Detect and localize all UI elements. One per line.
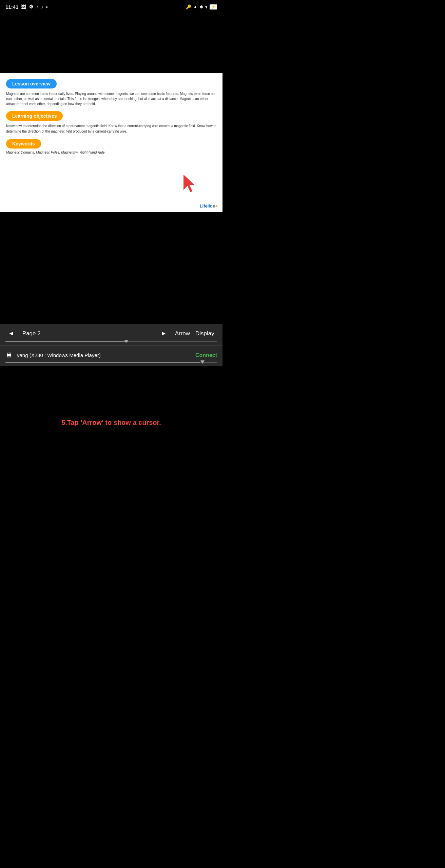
- page-progress-bar-row: [0, 341, 222, 343]
- device-progress-bar-row: [0, 362, 222, 366]
- lesson-overview-pill: Lesson overview: [6, 79, 57, 88]
- settings-icon: ⚙: [29, 4, 33, 10]
- learning-objectives-text: Know how to determine the direction of a…: [6, 123, 216, 134]
- brand-dot: ●: [215, 203, 218, 209]
- svg-marker-0: [183, 175, 195, 192]
- black-top-area: [0, 14, 222, 73]
- signal-icon: ▲: [193, 4, 197, 9]
- lesson-overview-text: Magnets are common items in our daily li…: [6, 91, 216, 106]
- next-page-button[interactable]: ►: [158, 329, 170, 338]
- instruction-text: 5.Tap 'Arrow' to show a cursor.: [61, 419, 161, 426]
- page-progress-thumb: [124, 340, 128, 343]
- device-progress-fill: [5, 362, 200, 363]
- slide-container: Lesson overview Magnets are common items…: [0, 73, 222, 212]
- monitor-icon: 🖥: [5, 351, 12, 359]
- key-icon: 🔑: [186, 4, 191, 9]
- arrow-label[interactable]: Arrow: [175, 330, 190, 337]
- page-progress-fill: [5, 341, 128, 342]
- status-right: 🔑 ▲ ✱ ▾ ⚡: [186, 4, 217, 9]
- page-progress-track[interactable]: [5, 341, 217, 342]
- bluetooth-icon: ✱: [199, 4, 203, 9]
- black-middle-area: [0, 212, 222, 324]
- keywords-text: Magnetic Domains, Magnetic Poles, Magnet…: [6, 151, 216, 154]
- wifi-icon: ▾: [205, 4, 208, 9]
- bottom-toolbar: ◄ Page 2 ► Arrow Display.. 🖥 yang (X230 …: [0, 324, 222, 366]
- device-progress-track[interactable]: [5, 362, 217, 363]
- dot-icon: •: [46, 4, 47, 10]
- page-label: Page 2: [22, 330, 153, 337]
- instruction-bar: 5.Tap 'Arrow' to show a cursor.: [0, 413, 222, 434]
- device-progress-thumb: [200, 360, 205, 364]
- learning-objectives-pill: Learning objectives: [6, 111, 63, 121]
- toolbar-row1: ◄ Page 2 ► Arrow Display..: [0, 324, 222, 341]
- red-cursor-arrow: [183, 175, 199, 195]
- lifeliqe-brand: Lifeliqe●: [200, 203, 218, 209]
- status-bar: 11:41 🖼 ⚙ ♪ ♪ • 🔑 ▲ ✱ ▾ ⚡: [0, 0, 222, 14]
- prev-page-button[interactable]: ◄: [5, 329, 17, 338]
- tiktok-icon: ♪: [36, 4, 38, 9]
- connect-button[interactable]: Connect: [195, 352, 217, 358]
- image-icon: 🖼: [21, 4, 26, 10]
- toolbar-divider: [0, 346, 222, 346]
- display-label[interactable]: Display..: [195, 330, 217, 337]
- device-label: yang (X230 : Windows Media Player): [17, 352, 191, 358]
- battery-icon: ⚡: [210, 4, 217, 9]
- tiktok2-icon: ♪: [41, 4, 43, 9]
- status-left: 11:41 🖼 ⚙ ♪ ♪ •: [5, 4, 48, 10]
- keywords-pill: Keywords: [6, 139, 41, 149]
- status-time: 11:41: [5, 4, 18, 10]
- toolbar-row2: 🖥 yang (X230 : Windows Media Player) Con…: [0, 348, 222, 362]
